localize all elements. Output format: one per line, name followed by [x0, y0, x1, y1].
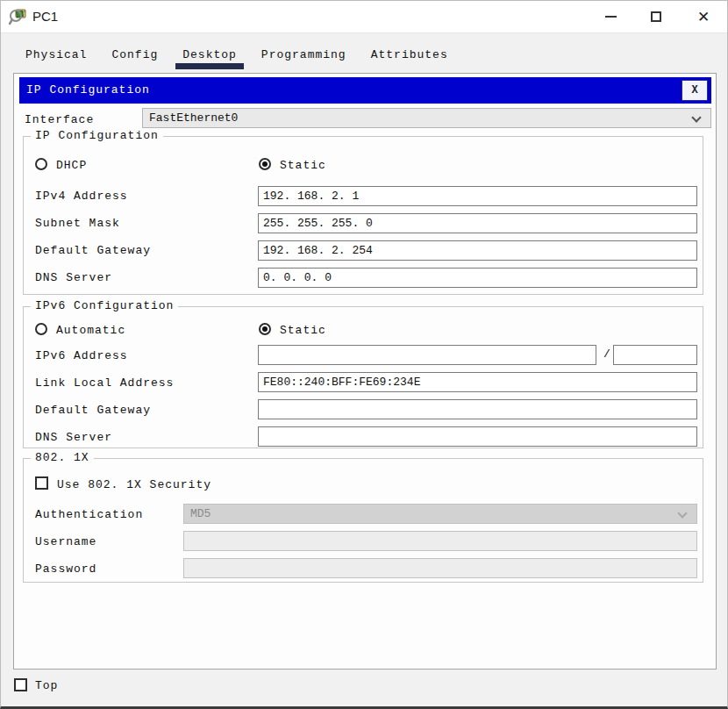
ipv6-dns-server-input[interactable] — [258, 426, 697, 447]
dhcp-label: DHCP — [56, 159, 87, 172]
ipv6-default-gateway-label: Default Gateway — [35, 404, 151, 417]
ipv4-address-label: IPv4 Address — [35, 190, 128, 203]
dialog-title: IP Configuration — [26, 83, 150, 97]
username-label: Username — [35, 535, 96, 548]
tab-bar: Physical Config Desktop Programming Attr… — [13, 45, 460, 69]
ipv4-static-radio[interactable] — [259, 158, 271, 170]
dns-server-label: DNS Server — [35, 271, 112, 284]
interface-dropdown[interactable]: FastEthernet0 — [142, 108, 711, 128]
ipv6-address-input[interactable] — [258, 345, 596, 365]
tab-programming[interactable]: Programming — [249, 45, 359, 69]
interface-label: Interface — [25, 113, 94, 126]
dot1x-group-legend: 802. 1X — [31, 451, 94, 464]
top-checkbox[interactable] — [14, 678, 27, 691]
desktop-panel: IP Configuration X Interface FastEtherne… — [13, 73, 717, 670]
window-title: PC1 — [32, 9, 58, 24]
authentication-value: MD5 — [190, 507, 211, 520]
password-label: Password — [35, 562, 96, 576]
maximize-button[interactable] — [636, 1, 676, 32]
ipv6-group-legend: IPv6 Configuration — [31, 299, 178, 312]
authentication-label: Authentication — [35, 508, 143, 521]
subnet-mask-input[interactable] — [258, 213, 697, 233]
interface-value: FastEthernet0 — [149, 111, 238, 125]
dialog-close-button[interactable]: X — [682, 80, 708, 101]
ipv6-static-radio[interactable] — [259, 323, 271, 335]
tab-attributes[interactable]: Attributes — [359, 45, 460, 69]
ipv4-address-input[interactable] — [258, 186, 697, 206]
use-8021x-checkbox[interactable] — [35, 476, 48, 490]
packet-tracer-icon — [9, 7, 28, 26]
minimize-icon — [605, 16, 617, 18]
ipv6-prefix-input[interactable] — [613, 345, 697, 365]
tab-physical[interactable]: Physical — [13, 45, 99, 69]
password-input — [183, 558, 697, 578]
link-local-address-input[interactable] — [258, 372, 697, 392]
default-gateway-label: Default Gateway — [35, 244, 151, 257]
dns-server-input[interactable] — [258, 268, 697, 288]
ipv6-static-label: Static — [280, 324, 326, 337]
ipv6-address-label: IPv6 Address — [35, 349, 128, 362]
top-checkbox-label: Top — [35, 679, 58, 692]
dhcp-radio[interactable] — [35, 158, 47, 170]
ipv6-automatic-radio[interactable] — [35, 323, 47, 335]
dialog-header: IP Configuration X — [19, 77, 711, 104]
minimize-button[interactable] — [590, 1, 631, 32]
link-local-address-label: Link Local Address — [35, 376, 174, 390]
close-icon: ✕ — [697, 10, 710, 25]
chevron-down-icon — [691, 112, 701, 122]
ipv6-prefix-separator: / — [603, 347, 611, 361]
subnet-mask-label: Subnet Mask — [35, 217, 120, 230]
tab-config[interactable]: Config — [99, 45, 170, 69]
close-button[interactable]: ✕ — [683, 1, 724, 32]
authentication-dropdown: MD5 — [183, 504, 697, 524]
pc-config-window: PC1 ✕ Physical Config Desktop Programmin… — [0, 0, 728, 709]
username-input — [183, 531, 697, 551]
title-bar: PC1 ✕ — [1, 1, 727, 33]
tab-desktop[interactable]: Desktop — [170, 45, 249, 69]
chevron-down-icon — [677, 508, 687, 518]
ipv6-automatic-label: Automatic — [56, 324, 125, 337]
ipv4-static-label: Static — [280, 159, 326, 172]
ipv6-dns-server-label: DNS Server — [35, 431, 112, 444]
use-8021x-label: Use 802. 1X Security — [57, 478, 211, 491]
ip-group-legend: IP Configuration — [31, 129, 163, 142]
default-gateway-input[interactable] — [258, 240, 697, 261]
maximize-icon — [651, 11, 661, 22]
ipv6-default-gateway-input[interactable] — [258, 399, 697, 419]
